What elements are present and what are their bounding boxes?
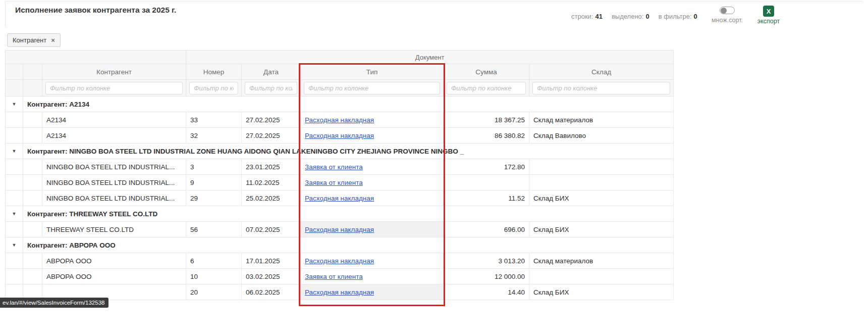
cell-counterparty: А2134 <box>42 112 186 128</box>
cell-number: 20 <box>186 284 242 300</box>
column-header-number[interactable]: Номер <box>186 64 242 80</box>
document-type-link[interactable]: Заявка от клиента <box>305 273 363 280</box>
panel-left-border <box>5 1 6 27</box>
column-header-warehouse[interactable]: Склад <box>529 64 674 80</box>
header-spacer <box>6 51 186 64</box>
filter-input-number[interactable] <box>189 82 238 94</box>
column-header-counterparty[interactable]: Контрагент <box>42 64 186 80</box>
table-row: NINGBO BOA STEEL LTD INDUSTRIAL...911.02… <box>6 175 674 190</box>
header-select-col <box>23 64 42 80</box>
group-label: Контрагент: АВРОРА ООО <box>23 237 674 253</box>
table-row: А21343227.02.2025Расходная накладная86 3… <box>6 128 674 143</box>
document-type-link[interactable]: Расходная накладная <box>305 289 374 296</box>
selected-count: выделено:0 <box>612 13 649 20</box>
group-chip-counterparty[interactable]: Контрагент × <box>7 33 61 47</box>
cell-select <box>23 112 42 128</box>
selected-count-label: выделено: <box>612 13 643 20</box>
document-type-link[interactable]: Расходная накладная <box>305 257 374 265</box>
excel-icon: X <box>763 6 774 17</box>
cell-number: 10 <box>186 269 242 284</box>
cell-date: 07.02.2025 <box>242 222 301 237</box>
filter-input-date[interactable] <box>245 82 297 94</box>
excel-icon-letter: X <box>767 8 771 15</box>
group-collapse-toggle[interactable]: ▼ <box>6 97 23 112</box>
group-collapse-toggle[interactable]: ▼ <box>6 206 23 222</box>
orders-table: Документ Контрагент Номер Дата Тип Сумма… <box>5 50 674 300</box>
cell-type: Заявка от клиента <box>301 269 444 284</box>
filter-input-counterparty[interactable] <box>45 82 183 94</box>
page-title: Исполнение заявок контрагента за 2025 г. <box>15 6 176 15</box>
chevron-down-icon: ▼ <box>12 102 17 107</box>
document-type-link[interactable]: Заявка от клиента <box>305 163 363 171</box>
cell-type: Расходная накладная <box>301 253 444 269</box>
cell-type: Заявка от клиента <box>301 159 444 175</box>
export-button[interactable]: X экспорт <box>756 6 781 25</box>
cell-counterparty: THREEWAY STEEL CO.LTD <box>42 222 186 237</box>
cell-warehouse: Склад БИХ <box>529 190 674 206</box>
filter-row <box>6 80 674 97</box>
cell-date: 11.02.2025 <box>242 175 301 190</box>
group-collapse-toggle[interactable]: ▼ <box>6 237 23 253</box>
filter-arrow-col <box>6 80 23 97</box>
cell-counterparty: NINGBO BOA STEEL LTD INDUSTRIAL... <box>42 190 186 206</box>
multisort-control: множ.сорт. <box>709 7 746 24</box>
cell-select <box>23 190 42 206</box>
cell-arrow <box>6 190 23 206</box>
cell-select <box>23 222 42 237</box>
cell-arrow <box>6 128 23 143</box>
cell-amount: 3 013.20 <box>444 253 529 269</box>
cell-amount: 14.40 <box>444 284 529 300</box>
document-type-link[interactable]: Расходная накладная <box>305 132 374 139</box>
cell-amount: 18 367.25 <box>444 112 529 128</box>
cell-number: 33 <box>186 112 242 128</box>
cell-number: 29 <box>186 190 242 206</box>
group-row: ▼Контрагент: АВРОРА ООО <box>6 237 674 253</box>
cell-date: 27.02.2025 <box>242 112 301 128</box>
panel-top-border <box>5 1 863 2</box>
cell-warehouse <box>529 269 674 284</box>
group-header-row: Документ <box>6 51 674 64</box>
link-url-text: ev.lan/#/view/SalesInvoiceForm/132538 <box>3 300 104 306</box>
cell-warehouse: Склад Вавилово <box>529 128 674 143</box>
toggle-knob-icon <box>721 8 727 14</box>
column-header-row: Контрагент Номер Дата Тип Сумма Склад <box>6 64 674 80</box>
column-header-date[interactable]: Дата <box>242 64 301 80</box>
chevron-down-icon: ▼ <box>12 243 17 248</box>
cell-arrow <box>6 253 23 269</box>
document-type-link[interactable]: Расходная накладная <box>305 226 374 233</box>
filter-input-amount[interactable] <box>447 82 526 94</box>
cell-type: Расходная накладная <box>301 284 444 300</box>
document-type-link[interactable]: Заявка от клиента <box>305 179 363 186</box>
filter-select-col <box>23 80 42 97</box>
selected-count-value: 0 <box>645 13 649 20</box>
filter-input-type[interactable] <box>304 82 440 94</box>
cell-warehouse: Склад БИХ <box>529 222 674 237</box>
cell-amount: 86 380.82 <box>444 128 529 143</box>
cell-amount: 12 000.00 <box>444 269 529 284</box>
cell-type: Расходная накладная <box>301 112 444 128</box>
document-type-link[interactable]: Расходная накладная <box>305 116 374 124</box>
cell-warehouse <box>529 175 674 190</box>
grid-stats: строки:41 выделено:0 в фильтре:0 <box>571 13 697 20</box>
cell-counterparty: АВРОРА ООО <box>42 253 186 269</box>
cell-select <box>23 269 42 284</box>
cell-date: 17.01.2025 <box>242 253 301 269</box>
cell-type: Заявка от клиента <box>301 175 444 190</box>
cell-date: 25.02.2025 <box>242 190 301 206</box>
cell-arrow <box>6 222 23 237</box>
cell-warehouse <box>529 159 674 175</box>
cell-select <box>23 159 42 175</box>
export-label: экспорт <box>756 18 781 25</box>
filter-input-warehouse[interactable] <box>532 82 670 94</box>
cell-counterparty: А2134 <box>42 128 186 143</box>
document-type-link[interactable]: Расходная накладная <box>305 195 374 202</box>
multisort-toggle[interactable] <box>720 7 735 14</box>
cell-amount: 696.00 <box>444 222 529 237</box>
data-grid: Документ Контрагент Номер Дата Тип Сумма… <box>5 50 674 306</box>
close-icon[interactable]: × <box>51 37 55 43</box>
cell-date: 06.02.2025 <box>242 284 301 300</box>
cell-number: 56 <box>186 222 242 237</box>
group-collapse-toggle[interactable]: ▼ <box>6 143 23 159</box>
column-header-amount[interactable]: Сумма <box>444 64 529 80</box>
column-header-type[interactable]: Тип <box>301 64 444 80</box>
